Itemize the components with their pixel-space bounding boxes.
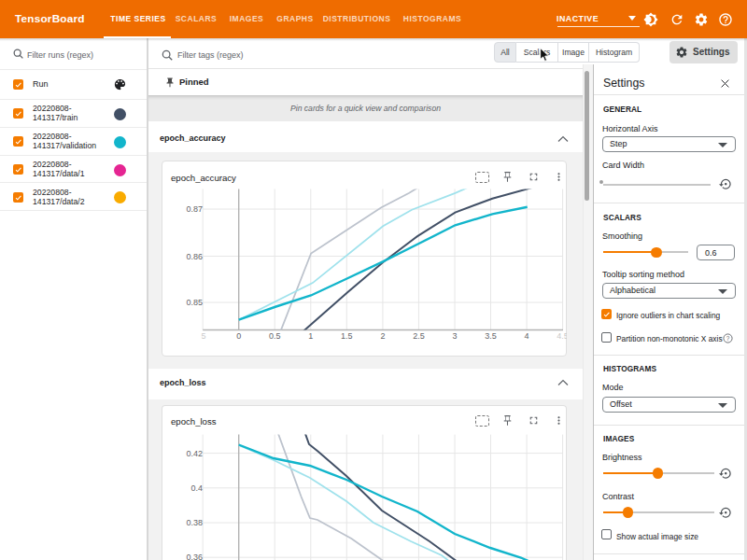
svg-text:4: 4 <box>525 331 529 341</box>
svg-text:4.5: 4.5 <box>557 331 567 341</box>
svg-text:0.38: 0.38 <box>186 518 203 527</box>
svg-text:?: ? <box>726 335 730 342</box>
svg-text:0.5: 0.5 <box>269 331 281 341</box>
svg-text:2: 2 <box>380 331 385 341</box>
svg-text:0.87: 0.87 <box>186 204 203 214</box>
svg-text:0: 0 <box>236 331 241 341</box>
svg-text:0.42: 0.42 <box>186 449 203 458</box>
svg-text:2.5: 2.5 <box>413 331 425 341</box>
svg-text:0.86: 0.86 <box>186 252 203 261</box>
svg-text:0.4: 0.4 <box>190 483 203 493</box>
svg-text:1.5: 1.5 <box>341 331 353 341</box>
svg-text:1: 1 <box>308 331 313 341</box>
svg-text:3.5: 3.5 <box>485 331 497 341</box>
svg-text:0.36: 0.36 <box>186 553 203 560</box>
svg-text:5: 5 <box>201 331 205 341</box>
svg-text:0.85: 0.85 <box>186 298 203 307</box>
svg-text:3: 3 <box>452 331 457 341</box>
